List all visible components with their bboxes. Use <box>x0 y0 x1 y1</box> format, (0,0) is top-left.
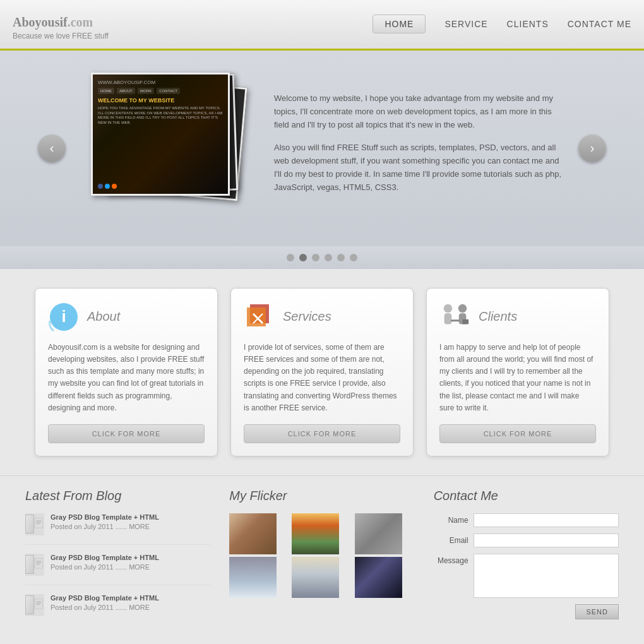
blog-item-1: Gray PSD Blog Template + HTML Posted on … <box>25 513 210 545</box>
contact-title: Contact Me <box>434 489 619 503</box>
card-clients: Clients I am happy to serve and help lot… <box>426 288 609 456</box>
card-services-title: Services <box>283 309 331 324</box>
blog-post-date-1: Posted on July 2011 ...... MORE <box>51 523 159 530</box>
blog-info-3: Gray PSD Blog Template + HTML Posted on … <box>51 594 159 616</box>
name-input[interactable] <box>474 513 619 527</box>
slider-dot-4[interactable] <box>325 254 332 261</box>
slider-prev-button[interactable]: ‹ <box>38 134 66 162</box>
email-label: Email <box>434 536 468 545</box>
nav-home[interactable]: HOME <box>373 15 426 33</box>
slider-section: ‹ WWW.ABOYOUSIF.COM HOME ABOUT WORK CONT… <box>0 51 644 246</box>
slider-images: WWW.ABOYOUSIF.COM HOME ABOUT WORK CONTAC… <box>78 69 255 227</box>
card-about: i About Aboyousif.com is a website for d… <box>35 288 218 456</box>
logo-main: Aboyousif <box>13 15 68 29</box>
svg-rect-12 <box>35 518 42 528</box>
logo-dot: .com <box>68 15 93 29</box>
social-twitter <box>105 184 110 189</box>
slide-img-inner: WWW.ABOYOUSIF.COM HOME ABOUT WORK CONTAC… <box>93 75 228 194</box>
flicker-thumb-1[interactable] <box>229 513 277 554</box>
slider-next-button[interactable]: › <box>578 134 606 162</box>
svg-rect-7 <box>444 313 452 324</box>
message-label: Message <box>434 554 468 565</box>
blog-doc-icon-1 <box>25 513 44 535</box>
svg-rect-10 <box>463 319 469 325</box>
blog-section: Latest From Blog Gray PSD Blog Template … <box>25 489 210 634</box>
clients-icon <box>439 301 471 333</box>
header: Aboyousif.com Because we love FREE stuff… <box>0 0 644 51</box>
card-about-header: i About <box>48 301 205 333</box>
slider-dot-6[interactable] <box>350 254 357 261</box>
card-services: Services I provide lot of services, some… <box>230 288 414 456</box>
slider-para1: Welcome to my website, I hope you take a… <box>274 92 566 131</box>
svg-point-6 <box>444 304 452 313</box>
card-services-btn[interactable]: CLICK FOR MORE <box>244 424 400 443</box>
flicker-grid <box>229 513 414 598</box>
nav-contact[interactable]: CONTACT ME <box>568 19 631 29</box>
card-services-body: I provide lot of services, some of them … <box>244 342 400 414</box>
message-input[interactable] <box>474 554 619 598</box>
svg-rect-20 <box>35 599 42 609</box>
flicker-section: My Flicker <box>229 489 414 634</box>
social-rss <box>112 184 117 189</box>
about-icon: i <box>48 301 80 333</box>
form-email-row: Email <box>434 534 619 547</box>
slide-nav-contact: CONTACT <box>157 88 180 94</box>
logo-area: Aboyousif.com Because we love FREE stuff <box>13 8 109 41</box>
blog-item-3: Gray PSD Blog Template + HTML Posted on … <box>25 594 210 625</box>
svg-rect-16 <box>35 559 42 569</box>
contact-form: Name Email Message SEND <box>434 513 619 619</box>
slider-para2: Also you will find FREE Stuff such as sc… <box>274 141 566 194</box>
blog-post-date-3: Posted on July 2011 ...... MORE <box>51 604 159 611</box>
card-services-header: Services <box>244 301 400 333</box>
blog-title: Latest From Blog <box>25 489 210 503</box>
blog-doc-icon-3 <box>25 594 44 616</box>
slider-dot-2[interactable] <box>299 254 307 261</box>
form-name-row: Name <box>434 513 619 527</box>
slide-url: WWW.ABOYOUSIF.COM <box>98 80 223 85</box>
nav-service[interactable]: SERVICE <box>444 19 487 29</box>
slider-dot-3[interactable] <box>312 254 319 261</box>
email-input[interactable] <box>474 534 619 547</box>
flicker-thumb-2[interactable] <box>292 513 339 554</box>
bottom-section: Latest From Blog Gray PSD Blog Template … <box>0 475 644 644</box>
blog-post-date-2: Posted on July 2011 ...... MORE <box>51 563 159 571</box>
card-about-body: Aboyousif.com is a website for designing… <box>48 342 205 414</box>
social-facebook <box>98 184 103 189</box>
slide-heading: WELCOME TO MY WEBSITE <box>98 97 223 104</box>
card-about-btn[interactable]: CLICK FOR MORE <box>48 424 205 443</box>
card-clients-header: Clients <box>439 301 596 333</box>
flicker-thumb-4[interactable] <box>229 557 277 598</box>
send-button[interactable]: SEND <box>575 604 619 619</box>
nav: HOME SERVICE CLIENTS CONTACT ME <box>373 15 631 33</box>
slider-dot-1[interactable] <box>287 254 294 261</box>
flicker-thumb-6[interactable] <box>355 557 402 598</box>
flicker-title: My Flicker <box>229 489 414 503</box>
blog-post-title-1: Gray PSD Blog Template + HTML <box>51 513 159 521</box>
blog-post-title-3: Gray PSD Blog Template + HTML <box>51 594 159 602</box>
slide-social <box>98 184 223 189</box>
form-send-row: SEND <box>434 604 619 619</box>
slide-text: HOPE YOU TAKE ADVANTAGE FROM MY WEBSITE … <box>98 106 223 126</box>
flicker-thumb-3[interactable] <box>355 513 402 554</box>
svg-point-8 <box>458 304 467 313</box>
slide-nav-work: WORK <box>138 88 155 94</box>
slide-nav-home: HOME <box>98 88 114 94</box>
card-clients-body: I am happy to serve and help lot of peop… <box>439 342 596 414</box>
card-clients-title: Clients <box>479 309 517 324</box>
form-message-row: Message <box>434 554 619 598</box>
slide-image-main: WWW.ABOYOUSIF.COM HOME ABOUT WORK CONTAC… <box>91 73 230 196</box>
svg-text:i: i <box>61 307 66 326</box>
blog-info-2: Gray PSD Blog Template + HTML Posted on … <box>51 554 159 576</box>
slider-dots <box>0 246 644 269</box>
cards-section: i About Aboyousif.com is a website for d… <box>0 269 644 475</box>
flicker-thumb-5[interactable] <box>292 557 339 598</box>
nav-clients[interactable]: CLIENTS <box>507 19 549 29</box>
blog-post-title-2: Gray PSD Blog Template + HTML <box>51 554 159 561</box>
services-icon <box>244 301 275 333</box>
contact-section: Contact Me Name Email Message SEND <box>434 489 619 634</box>
logo-sub: Because we love FREE stuff <box>13 32 109 40</box>
slide-nav-about: ABOUT <box>117 88 135 94</box>
card-clients-btn[interactable]: CLICK FOR MORE <box>439 424 596 443</box>
blog-info-1: Gray PSD Blog Template + HTML Posted on … <box>51 513 159 535</box>
slider-dot-5[interactable] <box>337 254 345 261</box>
